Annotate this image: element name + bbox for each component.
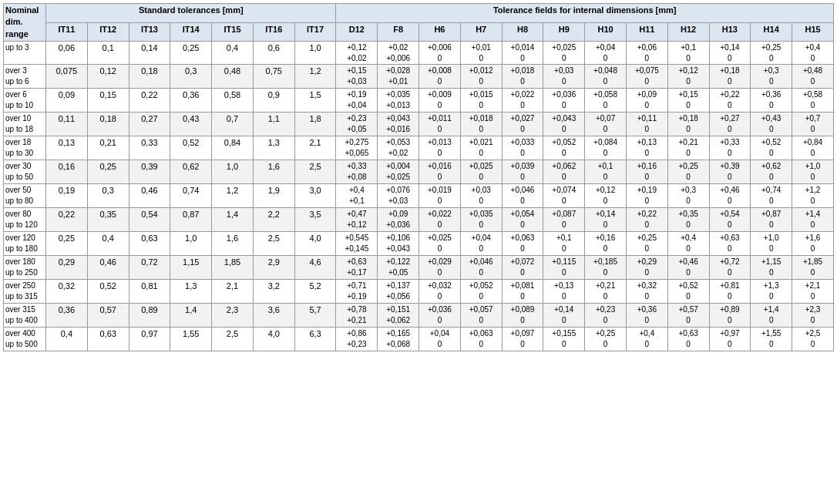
- it-value: 0,63: [87, 328, 129, 351]
- h14-value: +0,870: [751, 208, 792, 232]
- h15-value: +1,40: [792, 208, 834, 232]
- h15-value: +1,00: [792, 160, 834, 184]
- it-value: 2,5: [294, 160, 336, 184]
- h9-value: +0,0250: [543, 42, 585, 65]
- tolerance-table: Nominaldim.range Standard tolerances [mm…: [3, 3, 834, 351]
- it-value: 0,46: [129, 184, 170, 208]
- header-h14: H14: [751, 22, 792, 42]
- it-value: 0,57: [87, 304, 129, 328]
- h15-value: +2,10: [792, 280, 834, 304]
- header-h12: H12: [667, 22, 709, 42]
- it-value: 2,3: [212, 304, 254, 328]
- it-value: 0,6: [253, 42, 294, 65]
- it-value: 3,0: [294, 184, 336, 208]
- h9-value: +0,1550: [543, 328, 585, 351]
- h8-value: +0,0330: [502, 136, 543, 160]
- h13-value: +0,330: [709, 136, 751, 160]
- it-value: 0,21: [87, 136, 129, 160]
- it-value: 3,2: [253, 280, 294, 304]
- it-value: 2,5: [212, 328, 254, 351]
- h7-value: +0,0250: [460, 160, 502, 184]
- h14-value: +1,40: [751, 304, 792, 328]
- h8-value: +0,0180: [502, 65, 543, 89]
- h9-value: +0,10: [543, 232, 585, 256]
- it-value: 0,33: [129, 136, 170, 160]
- h7-value: +0,0460: [460, 256, 502, 280]
- it-value: 1,6: [212, 232, 254, 256]
- it-value: 0,14: [129, 42, 170, 65]
- h11-value: +0,190: [626, 184, 667, 208]
- h6-value: +0,0290: [419, 256, 461, 280]
- h6-value: +0,0320: [419, 280, 461, 304]
- h15-value: +1,20: [792, 184, 834, 208]
- f8-value: +0,053+0,02: [378, 136, 419, 160]
- header-h9: H9: [543, 22, 585, 42]
- h12-value: +0,30: [667, 184, 709, 208]
- h9-value: +0,1150: [543, 256, 585, 280]
- d12-value: +0,63+0,17: [336, 256, 378, 280]
- h10-value: +0,0840: [585, 136, 627, 160]
- h13-value: +0,180: [709, 65, 751, 89]
- h8-value: +0,0220: [502, 89, 543, 113]
- h13-value: +0,140: [709, 42, 751, 65]
- h13-value: +0,970: [709, 328, 751, 351]
- it-value: 1,0: [294, 42, 336, 65]
- table-row: over 80up to 1200,220,350,540,871,42,23,…: [4, 208, 834, 232]
- h7-value: +0,0520: [460, 280, 502, 304]
- header-h11: H11: [626, 22, 667, 42]
- h10-value: +0,040: [585, 42, 627, 65]
- h13-value: +0,390: [709, 160, 751, 184]
- dim-range: up to 3: [4, 42, 46, 65]
- h14-value: +0,520: [751, 136, 792, 160]
- d12-value: +0,78+0,21: [336, 304, 378, 328]
- h11-value: +0,40: [626, 328, 667, 351]
- h14-value: +0,360: [751, 89, 792, 113]
- h12-value: +0,150: [667, 89, 709, 113]
- f8-value: +0,02+0,006: [378, 42, 419, 65]
- dim-range: over 6up to 10: [4, 89, 46, 113]
- header-h6: H6: [419, 22, 461, 42]
- it-value: 0,22: [46, 208, 88, 232]
- h9-value: +0,030: [543, 65, 585, 89]
- it-value: 2,5: [253, 232, 294, 256]
- it-value: 0,52: [87, 280, 129, 304]
- it-value: 0,39: [129, 160, 170, 184]
- d12-value: +0,12+0,02: [336, 42, 378, 65]
- h14-value: +1,550: [751, 328, 792, 351]
- h14-value: +0,430: [751, 113, 792, 136]
- h15-value: +2,30: [792, 304, 834, 328]
- h13-value: +0,460: [709, 184, 751, 208]
- h6-value: +0,0220: [419, 208, 461, 232]
- it-value: 0,3: [170, 65, 212, 89]
- h13-value: +0,810: [709, 280, 751, 304]
- header-it16: IT16: [253, 22, 294, 42]
- it-value: 2,2: [253, 208, 294, 232]
- dim-range: over 50up to 80: [4, 184, 46, 208]
- it-value: 1,0: [212, 160, 254, 184]
- h12-value: +0,40: [667, 232, 709, 256]
- dim-range: over 80up to 120: [4, 208, 46, 232]
- header-it13: IT13: [129, 22, 170, 42]
- h11-value: +0,110: [626, 113, 667, 136]
- it-value: 0,35: [87, 208, 129, 232]
- it-value: 0,13: [46, 136, 88, 160]
- header-dim: Nominaldim.range: [4, 4, 46, 42]
- dim-range: over 315up to 400: [4, 304, 46, 328]
- h9-value: +0,130: [543, 280, 585, 304]
- header-row-top: Nominaldim.range Standard tolerances [mm…: [4, 4, 834, 23]
- header-it11: IT11: [46, 22, 88, 42]
- header-it17: IT17: [294, 22, 336, 42]
- h10-value: +0,0580: [585, 89, 627, 113]
- it-value: 2,9: [253, 256, 294, 280]
- it-value: 0,7: [212, 113, 254, 136]
- it-value: 0,4: [46, 328, 88, 351]
- h10-value: +0,230: [585, 304, 627, 328]
- it-value: 4,0: [294, 232, 336, 256]
- table-row: over 3up to 60,0750,120,180,30,480,751,2…: [4, 65, 834, 89]
- header-standard-tol: Standard tolerances [mm]: [46, 4, 336, 23]
- h6-value: +0,0250: [419, 232, 461, 256]
- h12-value: +0,180: [667, 113, 709, 136]
- h15-value: +0,70: [792, 113, 834, 136]
- it-value: 0,52: [170, 136, 212, 160]
- header-f8: F8: [378, 22, 419, 42]
